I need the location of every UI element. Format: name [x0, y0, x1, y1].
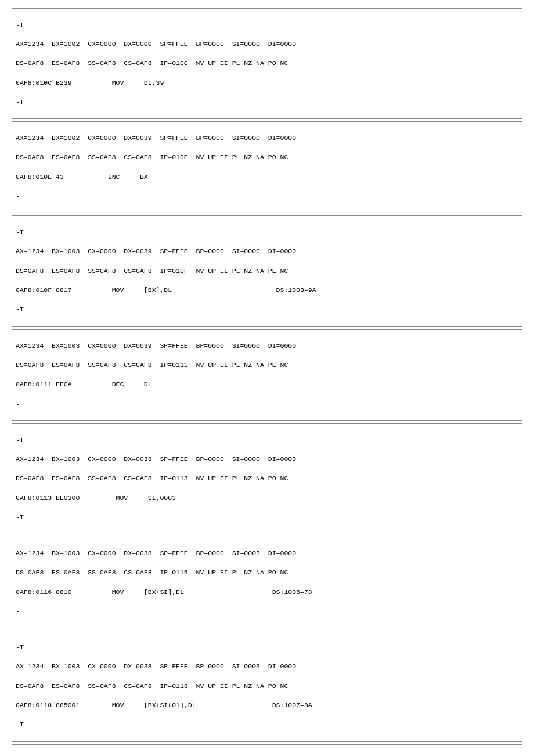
block7-line5: -T — [16, 721, 24, 728]
block6-line4: - — [16, 607, 20, 615]
block5-line2: AX=1234 BX=1003 CX=0000 DX=0038 SP=FFEE … — [16, 455, 296, 463]
block3-line5: -T — [16, 305, 24, 313]
block4-line3: 0AF8:0111 FECA DEC DL — [16, 380, 152, 388]
block3-line4: 0AF8:010F 8817 MOV [BX],DL DS:1003=9A — [16, 286, 316, 294]
terminal-block-2: AX=1234 BX=1002 CX=0000 DX=0039 SP=FFEE … — [12, 121, 522, 213]
block6-line1: AX=1234 BX=1003 CX=0000 DX=0038 SP=FFEE … — [16, 549, 296, 557]
terminal-block-6: AX=1234 BX=1003 CX=0000 DX=0038 SP=FFEE … — [12, 537, 522, 628]
block3-line3: DS=0AF8 ES=0AF8 SS=0AF8 CS=0AF8 IP=010F … — [16, 267, 288, 275]
terminal-block-1: -T AX=1234 BX=1002 CX=0000 DX=0000 SP=FF… — [12, 8, 522, 119]
block2-line3: 0AF8:010E 43 INC BX — [16, 173, 148, 181]
block3-line2: AX=1234 BX=1003 CX=0000 DX=0039 SP=FFEE … — [16, 247, 296, 255]
block7-line2: AX=1234 BX=1003 CX=0000 DX=0038 SP=FFEE … — [16, 663, 296, 670]
block1-line1: -T — [16, 21, 24, 28]
block4-line2: DS=0AF8 ES=0AF8 SS=0AF8 CS=0AF8 IP=0111 … — [16, 361, 288, 369]
block7-line3: DS=0AF8 ES=0AF8 SS=0AF8 CS=0AF8 IP=0118 … — [16, 682, 288, 690]
block6-line2: DS=0AF8 ES=0AF8 SS=0AF8 CS=0AF8 IP=0116 … — [16, 568, 288, 576]
terminal-block-3: -T AX=1234 BX=1003 CX=0000 DX=0039 SP=FF… — [12, 215, 522, 326]
terminal-block-4: AX=1234 BX=1003 CX=0000 DX=0039 SP=FFEE … — [12, 329, 522, 421]
terminal-block-7: -T AX=1234 BX=1003 CX=0000 DX=0038 SP=FF… — [12, 631, 522, 741]
block5-line4: 0AF8:0113 BE0300 MOV SI,0003 — [16, 494, 176, 502]
block4-line1: AX=1234 BX=1003 CX=0000 DX=0039 SP=FFEE … — [16, 342, 296, 350]
block1-line4: 0AF8:010C B239 MOV DL,39 — [16, 79, 164, 87]
block2-line4: - — [16, 192, 20, 200]
block7-line4: 0AF8:0118 885001 MOV [BX+SI+01],DL DS:10… — [16, 701, 312, 709]
terminal-section-top: -T AX=1234 BX=1002 CX=0000 DX=0000 SP=FF… — [12, 8, 522, 756]
block6-line3: 0AF8:0116 8810 MOV [BX+SI],DL DS:1006=78 — [16, 588, 312, 596]
block5-line5: -T — [16, 513, 24, 521]
terminal-block-8: AX=1234 BX=1003 CX=0000 DX=0038 SP=FFEE … — [12, 744, 522, 756]
block5-line1: -T — [16, 436, 24, 444]
block1-line3: DS=0AF8 ES=0AF8 SS=0AF8 CS=0AF8 IP=010C … — [16, 59, 288, 67]
block5-line3: DS=0AF8 ES=0AF8 SS=0AF8 CS=0AF8 IP=0113 … — [16, 474, 288, 482]
block1-line2: AX=1234 BX=1002 CX=0000 DX=0000 SP=FFEE … — [16, 40, 296, 48]
block1-line5: -T — [16, 98, 24, 106]
block2-line1: AX=1234 BX=1002 CX=0000 DX=0039 SP=FFEE … — [16, 134, 296, 142]
block2-line2: DS=0AF8 ES=0AF8 SS=0AF8 CS=0AF8 IP=010E … — [16, 153, 288, 161]
block4-line4: - — [16, 400, 20, 408]
block7-line1: -T — [16, 643, 24, 651]
terminal-block-5: -T AX=1234 BX=1003 CX=0000 DX=0038 SP=FF… — [12, 423, 522, 534]
block3-line1: -T — [16, 228, 24, 236]
